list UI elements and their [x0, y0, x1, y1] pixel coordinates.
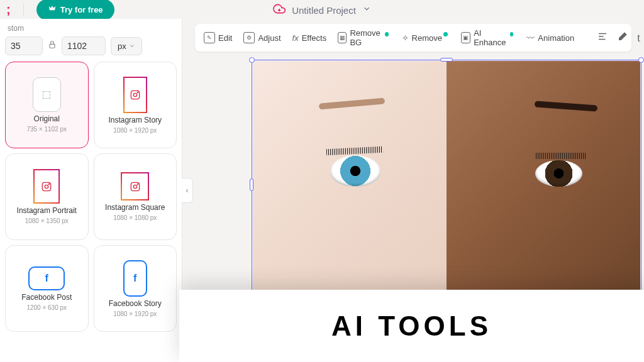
- resize-handle-tr[interactable]: [638, 57, 644, 63]
- collapse-sidebar-button[interactable]: ‹: [182, 178, 193, 203]
- animation-tool[interactable]: 〰 Animation: [526, 33, 574, 43]
- lock-icon[interactable]: [48, 40, 57, 52]
- preset-dims: 1200 × 630 px: [26, 304, 67, 311]
- new-badge-icon: [510, 32, 514, 36]
- svg-point-9: [137, 184, 138, 184]
- preset-instagram-portrait[interactable]: Instagram Portrait 1080 × 1350 px: [5, 153, 89, 240]
- instagram-icon: [123, 77, 147, 113]
- resize-handle-left[interactable]: [250, 178, 253, 191]
- instagram-icon: [33, 169, 60, 204]
- preset-label: Original: [34, 114, 60, 123]
- new-badge-icon: [443, 32, 448, 36]
- selection-box[interactable]: [252, 60, 641, 310]
- preset-instagram-square[interactable]: Instagram Square 1080 × 1080 px: [94, 153, 177, 240]
- instagram-icon: [121, 172, 149, 200]
- ai-enhance-tool[interactable]: ▣ AI Enhance: [461, 28, 515, 47]
- image-toolbar: ✎ Edit ⚙ Adjust fx Effects ▦ Remove BG ✧…: [195, 24, 631, 52]
- chevron-down-icon: [129, 43, 135, 49]
- custom-label: stom: [8, 24, 177, 33]
- svg-point-6: [49, 184, 50, 184]
- preset-dims: 1080 × 1350 px: [25, 217, 69, 224]
- width-input[interactable]: [5, 36, 43, 55]
- chevron-down-icon[interactable]: [362, 4, 371, 16]
- crown-icon: [48, 4, 57, 15]
- svg-rect-0: [50, 44, 55, 48]
- effects-tool[interactable]: fx Effects: [292, 33, 327, 43]
- align-icon[interactable]: [597, 31, 608, 45]
- animation-icon: 〰: [526, 33, 535, 43]
- svg-point-2: [133, 93, 136, 96]
- preset-facebook-story[interactable]: f Facebook Story 1080 × 1920 px: [94, 245, 177, 332]
- original-thumb-icon: [33, 77, 61, 112]
- text-icon[interactable]: t: [637, 31, 640, 45]
- preset-dims: 1080 × 1920 px: [113, 310, 157, 317]
- svg-point-5: [45, 185, 48, 188]
- preset-original[interactable]: Original 735 × 1102 px: [5, 62, 89, 148]
- preset-grid: Original 735 × 1102 px Instagram Story 1…: [0, 62, 182, 332]
- preset-instagram-story[interactable]: Instagram Story 1080 × 1920 px: [94, 62, 177, 148]
- overlay-title: AI TOOLS: [331, 310, 492, 342]
- eraser-icon[interactable]: [617, 31, 628, 45]
- resize-handle-tl[interactable]: [249, 57, 255, 63]
- divider: [23, 3, 24, 16]
- remove-bg-icon: ▦: [338, 32, 347, 43]
- adjust-tool[interactable]: ⚙ Adjust: [243, 32, 280, 43]
- preset-dims: 1080 × 1920 px: [113, 127, 157, 134]
- effects-icon: fx: [292, 33, 299, 43]
- remove-bg-tool[interactable]: ▦ Remove BG: [338, 28, 390, 47]
- overlay-banner: AI TOOLS: [179, 290, 644, 362]
- preset-label: Instagram Story: [108, 116, 162, 124]
- resize-handle-top[interactable]: [440, 58, 453, 62]
- logo-fragment: ;: [6, 3, 11, 17]
- adjust-icon: ⚙: [243, 32, 255, 43]
- remove-icon: ✧: [402, 33, 409, 43]
- project-title: Untitled Project: [292, 5, 356, 16]
- preset-dims: 1080 × 1080 px: [113, 214, 157, 221]
- ai-enhance-icon: ▣: [461, 32, 470, 43]
- edit-tool[interactable]: ✎ Edit: [204, 32, 232, 43]
- try-label: Try for free: [60, 5, 103, 14]
- dimensions-row: px: [5, 36, 177, 55]
- height-input[interactable]: [62, 36, 106, 55]
- preset-label: Instagram Portrait: [17, 206, 77, 215]
- canvas-image[interactable]: [253, 61, 640, 309]
- facebook-icon: f: [28, 266, 65, 290]
- svg-point-8: [133, 185, 136, 188]
- sidebar: stom px Original 735 × 1102 px: [0, 19, 182, 362]
- new-badge-icon: [385, 32, 388, 36]
- preset-label: Facebook Post: [21, 293, 72, 302]
- preset-label: Instagram Square: [105, 203, 165, 212]
- remove-tool[interactable]: ✧ Remove: [402, 33, 450, 43]
- cloud-icon: [273, 3, 286, 18]
- edit-icon: ✎: [204, 32, 215, 43]
- svg-point-3: [137, 92, 138, 92]
- try-for-free-button[interactable]: Try for free: [36, 0, 114, 20]
- project-title-group[interactable]: Untitled Project: [273, 3, 371, 18]
- unit-select[interactable]: px: [111, 37, 142, 55]
- preset-dims: 735 × 1102 px: [26, 126, 67, 133]
- preset-label: Facebook Story: [109, 299, 162, 308]
- facebook-icon: f: [123, 260, 147, 297]
- preset-facebook-post[interactable]: f Facebook Post 1200 × 630 px: [5, 245, 89, 332]
